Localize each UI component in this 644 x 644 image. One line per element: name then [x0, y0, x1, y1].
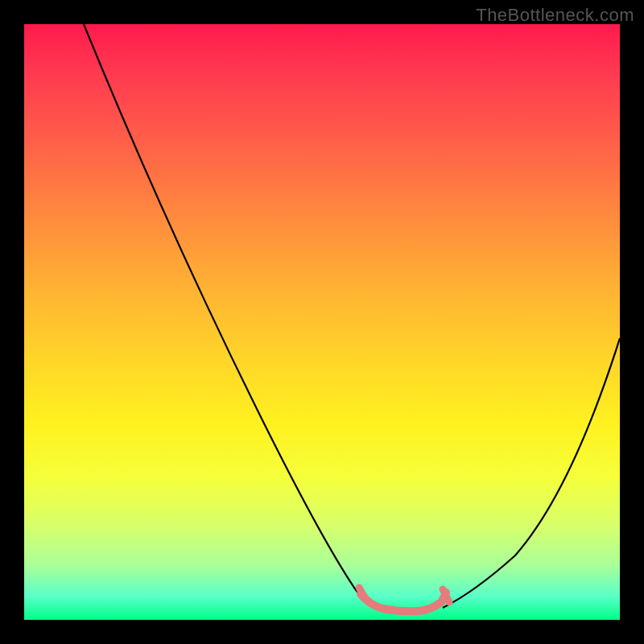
curve-right-branch: [443, 338, 620, 608]
chart-svg: [24, 24, 620, 620]
chart-gradient-background: [24, 24, 620, 620]
curve-left-branch: [84, 24, 374, 608]
watermark-text: TheBottleneck.com: [476, 5, 634, 26]
sweet-spot-segment: [361, 592, 446, 611]
